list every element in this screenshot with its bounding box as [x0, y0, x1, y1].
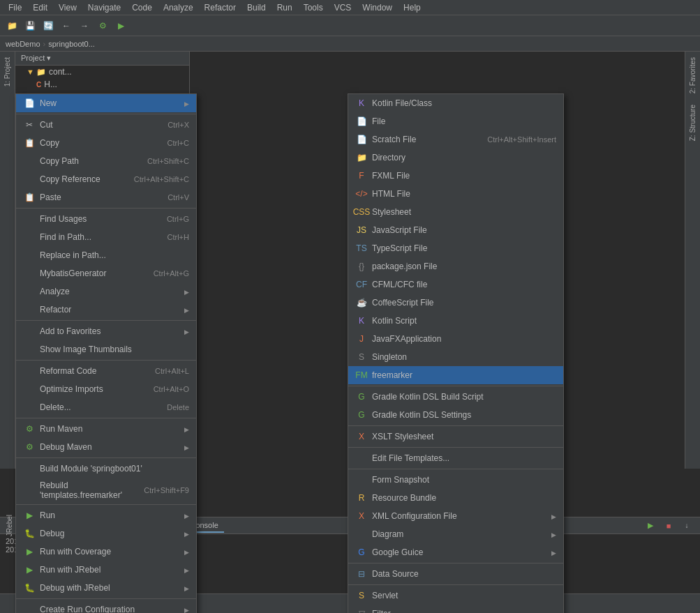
new-typescript[interactable]: TS TypeScript File — [348, 239, 563, 257]
ctx-item-label: freemarker — [372, 370, 412, 380]
new-scratch-file[interactable]: 📄 Scratch File Ctrl+Alt+Shift+Insert — [348, 130, 563, 149]
new-kotlin-class[interactable]: K Kotlin File/Class — [348, 94, 563, 112]
ctx-find-path[interactable]: Find in Path... Ctrl+H — [16, 228, 196, 246]
debug-run-btn[interactable]: ▶ — [643, 518, 658, 533]
new-stylesheet[interactable]: CSS Stylesheet — [348, 203, 563, 221]
ctx-analyze[interactable]: Analyze — [16, 282, 196, 301]
find-path-icon — [23, 231, 36, 243]
ctx-mybatis[interactable]: MybatisGenerator Ctrl+Alt+G — [16, 264, 196, 282]
new-kotlin-script[interactable]: K Kotlin Script — [348, 312, 563, 330]
new-gradle-settings[interactable]: G Gradle Kotlin DSL Settings — [348, 406, 563, 424]
ctx-item-label: Edit File Templates... — [372, 453, 449, 463]
menu-vcs[interactable]: VCS — [329, 1, 357, 14]
ctx-debug-maven[interactable]: ⚙ Debug Maven — [16, 438, 196, 456]
menu-analyze[interactable]: Analyze — [158, 1, 199, 14]
new-xslt[interactable]: X XSLT Stylesheet — [348, 427, 563, 446]
ctx-copy-reference[interactable]: Copy Reference Ctrl+Alt+Shift+C — [16, 170, 196, 188]
back-button[interactable]: ← — [59, 18, 74, 33]
ctx-run-jrebel[interactable]: ▶ Run with JRebel — [16, 561, 196, 579]
new-singleton[interactable]: S Singleton — [348, 348, 563, 366]
new-coffeescript[interactable]: ☕ CoffeeScript File — [348, 294, 563, 312]
ctx-run[interactable]: ▶ Run — [16, 506, 196, 524]
new-html[interactable]: </> HTML File — [348, 185, 563, 203]
breadcrumb-springboot[interactable]: springboot0... — [48, 40, 95, 48]
ctx-copy-path[interactable]: Copy Path Ctrl+Shift+C — [16, 152, 196, 170]
ctx-show-thumbnails[interactable]: Show Image Thumbnails — [16, 340, 196, 358]
ctx-copy[interactable]: 📋 Copy Ctrl+C — [16, 134, 196, 152]
new-javascript[interactable]: JS JavaScript File — [348, 221, 563, 239]
new-edit-templates[interactable]: Edit File Templates... — [348, 449, 563, 467]
structure-tab[interactable]: Z: Structure — [687, 99, 698, 146]
ctx-run-coverage[interactable]: ▶ Run with Coverage — [16, 543, 196, 561]
tree-item-h[interactable]: C H... — [15, 78, 189, 91]
ctx-separator — [348, 584, 563, 585]
new-fxml[interactable]: F FXML File — [348, 167, 563, 185]
menu-edit[interactable]: Edit — [27, 1, 53, 14]
ctx-item-label: Filter — [372, 609, 391, 613]
ctx-create-run-config[interactable]: Create Run Configuration — [16, 600, 196, 613]
ctx-find-usages[interactable]: Find Usages Ctrl+G — [16, 210, 196, 228]
ctx-build-module[interactable]: Build Module 'springboot01' — [16, 460, 196, 478]
run-button[interactable]: ▶ — [113, 18, 128, 33]
new-gradle-build[interactable]: G Gradle Kotlin DSL Build Script — [348, 388, 563, 406]
gradle-icon: G — [355, 391, 368, 403]
analyze-icon — [23, 285, 36, 298]
menu-window[interactable]: Window — [357, 1, 398, 14]
project-panel-tab[interactable]: 1: Project — [2, 52, 13, 92]
ctx-separator — [16, 360, 196, 361]
ctx-cut[interactable]: ✂ Cut Ctrl+X — [16, 116, 196, 134]
shortcut-label: Ctrl+Alt+O — [154, 385, 189, 393]
menu-navigate[interactable]: Navigate — [82, 1, 126, 14]
new-packagejson[interactable]: {} package.json File — [348, 257, 563, 275]
ctx-item-label: Replace in Path... — [40, 250, 106, 260]
ctx-add-favorites[interactable]: Add to Favorites — [16, 322, 196, 340]
jrebel-tab[interactable]: JRebel — [6, 515, 13, 536]
new-javafx[interactable]: J JavaFXApplication — [348, 330, 563, 348]
new-google-guice[interactable]: G Google Guice — [348, 543, 563, 561]
ctx-refactor[interactable]: Refactor — [16, 301, 196, 319]
breadcrumb-webdemo[interactable]: webDemo — [6, 40, 40, 48]
ctx-paste[interactable]: 📋 Paste Ctrl+V — [16, 188, 196, 206]
new-form-snapshot[interactable]: Form Snapshot — [348, 471, 563, 489]
menu-run[interactable]: Run — [271, 1, 298, 14]
new-datasource[interactable]: ⊟ Data Source — [348, 565, 563, 583]
ctx-item-label: HTML File — [372, 189, 410, 199]
menu-file[interactable]: File — [3, 1, 27, 14]
new-servlet[interactable]: S Servlet — [348, 586, 563, 605]
ctx-reformat[interactable]: Reformat Code Ctrl+Alt+L — [16, 362, 196, 380]
menu-view[interactable]: View — [53, 1, 82, 14]
debug-stop-btn[interactable]: ■ — [661, 518, 676, 533]
new-directory[interactable]: 📁 Directory — [348, 149, 563, 167]
favorites-tab[interactable]: 2: Favorites — [687, 52, 698, 99]
ctx-item-label: Find in Path... — [40, 232, 91, 242]
ctx-new[interactable]: 📄 New — [16, 94, 196, 112]
search-button[interactable]: ⚙ — [95, 18, 110, 33]
new-cfml[interactable]: CF CFML/CFC file — [348, 275, 563, 294]
new-freemarker[interactable]: FM freemarker — [348, 366, 563, 384]
ctx-item-label: Debug with JRebel — [40, 583, 110, 593]
save-button[interactable]: 💾 — [22, 18, 38, 33]
new-diagram[interactable]: Diagram — [348, 525, 563, 543]
tree-item-cont[interactable]: ▼ 📁 cont... — [15, 66, 189, 78]
ctx-debug[interactable]: 🐛 Debug — [16, 524, 196, 543]
ctx-optimize[interactable]: Optimize Imports Ctrl+Alt+O — [16, 380, 196, 398]
menu-tools[interactable]: Tools — [298, 1, 329, 14]
new-resource-bundle[interactable]: R Resource Bundle — [348, 489, 563, 507]
new-file[interactable]: 📄 File — [348, 112, 563, 130]
menu-help[interactable]: Help — [398, 1, 426, 14]
breadcrumb: webDemo › springboot0... — [0, 36, 700, 52]
debug-step-btn[interactable]: ↓ — [679, 518, 694, 533]
forward-button[interactable]: → — [77, 18, 92, 33]
refresh-button[interactable]: 🔄 — [40, 18, 56, 33]
ctx-delete[interactable]: Delete... Delete — [16, 398, 196, 416]
menu-build[interactable]: Build — [241, 1, 271, 14]
new-xml-config[interactable]: X XML Configuration File — [348, 507, 563, 525]
ctx-replace-path[interactable]: Replace in Path... — [16, 246, 196, 264]
ctx-run-maven[interactable]: ⚙ Run Maven — [16, 420, 196, 438]
menu-code[interactable]: Code — [126, 1, 158, 14]
ctx-rebuild[interactable]: Rebuild 'templates.freemarker' Ctrl+Shif… — [16, 478, 196, 503]
open-folder-button[interactable]: 📁 — [4, 18, 20, 33]
new-filter[interactable]: ▽ Filter — [348, 605, 563, 613]
ctx-debug-jrebel[interactable]: 🐛 Debug with JRebel — [16, 579, 196, 597]
menu-refactor[interactable]: Refactor — [199, 1, 241, 14]
